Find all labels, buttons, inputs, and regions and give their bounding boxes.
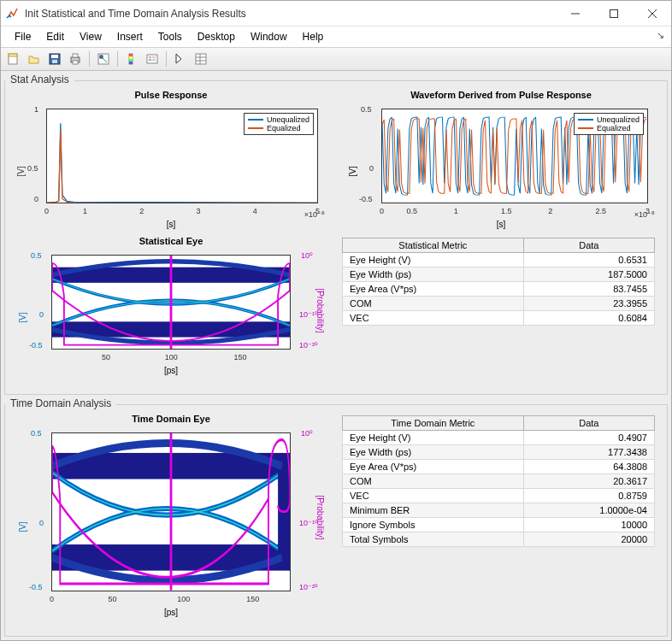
chart-title: Pulse Response xyxy=(7,88,335,100)
time-panel-title: Time Domain Analysis xyxy=(5,397,116,409)
metric-name: VEC xyxy=(343,311,524,326)
table-row[interactable]: COM23.3955 xyxy=(343,297,655,311)
print-icon[interactable] xyxy=(66,50,85,68)
metric-name: Ignore Symbols xyxy=(343,518,524,532)
metric-name: Eye Width (ps) xyxy=(343,445,524,460)
titlebar: Init Statistical and Time Domain Analysi… xyxy=(1,1,671,26)
svg-rect-14 xyxy=(100,56,103,58)
toolbar xyxy=(1,47,671,71)
pulse-response-chart[interactable]: Pulse Response Unequalized Equalized xyxy=(7,88,335,232)
menu-view[interactable]: View xyxy=(73,28,109,45)
dock-corner-icon[interactable]: ↘ xyxy=(657,30,664,41)
toolbar-separator xyxy=(117,51,118,67)
y-axis-label: [V] xyxy=(16,166,26,176)
minimize-button[interactable] xyxy=(556,1,594,26)
link-axes-icon[interactable] xyxy=(94,50,113,68)
close-button[interactable] xyxy=(633,1,671,26)
metric-value: 0.6084 xyxy=(523,311,654,326)
metric-value: 187.5000 xyxy=(523,268,654,282)
metric-value: 0.8759 xyxy=(523,489,654,503)
table-row[interactable]: Eye Width (ps)187.5000 xyxy=(343,268,655,282)
legend-item: Unequalized xyxy=(267,115,309,124)
menu-file[interactable]: File xyxy=(8,28,38,45)
metric-value: 177.3438 xyxy=(523,445,654,460)
menu-window[interactable]: Window xyxy=(244,28,294,45)
insert-legend-icon[interactable] xyxy=(143,50,162,68)
x-axis-label: [ps] xyxy=(14,608,328,617)
svg-rect-7 xyxy=(51,55,58,58)
menu-edit[interactable]: Edit xyxy=(39,28,71,45)
x-axis-label: [s] xyxy=(344,220,658,229)
table-row[interactable]: Minimum BER1.0000e-04 xyxy=(343,503,655,518)
col-header[interactable]: Time Domain Metric xyxy=(343,416,524,431)
time-domain-metrics-table: Time Domain Metric Data Eye Height (V)0.… xyxy=(337,412,660,620)
legend-item: Equalized xyxy=(597,124,631,132)
chart-title: Waveform Derived from Pulse Response xyxy=(337,88,665,100)
metric-value: 23.3955 xyxy=(523,297,654,311)
waveform-chart[interactable]: Waveform Derived from Pulse Response Une… xyxy=(337,88,665,232)
x-axis-label: [ps] xyxy=(14,366,328,375)
metric-value: 64.3808 xyxy=(523,460,654,474)
legend-item: Unequalized xyxy=(597,115,640,124)
legend-item: Equalized xyxy=(267,124,301,132)
svg-rect-10 xyxy=(73,54,78,57)
table-row[interactable]: Eye Width (ps)177.3438 xyxy=(343,445,655,460)
table-row[interactable]: VEC0.6084 xyxy=(343,311,655,326)
table-row[interactable]: Eye Area (V*ps)64.3808 xyxy=(343,460,655,474)
statistical-eye-chart[interactable]: Statistical Eye xyxy=(7,234,335,379)
menu-desktop[interactable]: Desktop xyxy=(191,28,242,45)
metric-name: Eye Width (ps) xyxy=(343,268,524,282)
menu-help[interactable]: Help xyxy=(296,28,331,45)
table-row[interactable]: COM20.3617 xyxy=(343,474,655,489)
save-icon[interactable] xyxy=(45,50,64,68)
figure-window: Init Statistical and Time Domain Analysi… xyxy=(0,0,672,641)
col-header[interactable]: Data xyxy=(523,416,654,431)
svg-rect-19 xyxy=(129,62,133,64)
metric-name: Total Symbols xyxy=(343,532,524,547)
stat-metrics-table: Statistical Metric Data Eye Height (V)0.… xyxy=(337,234,660,379)
metric-value: 0.4907 xyxy=(523,431,654,445)
metric-name: Eye Area (V*ps) xyxy=(343,460,524,474)
open-icon[interactable] xyxy=(25,50,44,68)
window-title: Init Statistical and Time Domain Analysi… xyxy=(25,8,556,20)
x-axis-label: [s] xyxy=(14,220,328,229)
new-figure-icon[interactable] xyxy=(4,50,23,68)
matlab-icon xyxy=(6,7,20,21)
svg-rect-5 xyxy=(9,54,17,56)
metric-value: 20.3617 xyxy=(523,474,654,489)
svg-rect-8 xyxy=(52,60,57,63)
table-row[interactable]: Ignore Symbols10000 xyxy=(343,518,655,532)
time-domain-panel: Time Domain Analysis Time Domain Eye xyxy=(4,398,668,637)
window-controls xyxy=(556,1,671,26)
metric-value: 10000 xyxy=(523,518,654,532)
toolbar-separator xyxy=(166,51,167,67)
table-row[interactable]: Eye Area (V*ps)83.7455 xyxy=(343,282,655,297)
maximize-button[interactable] xyxy=(594,1,633,26)
stat-analysis-panel: Stat Analysis Pulse Response Unequalized xyxy=(4,74,668,395)
time-domain-eye-chart[interactable]: Time Domain Eye xyxy=(7,412,335,620)
metric-name: VEC xyxy=(343,489,524,503)
menu-insert[interactable]: Insert xyxy=(110,28,150,45)
x-axis-exponent: ×10⁻⁸ xyxy=(634,210,655,219)
chart-title: Time Domain Eye xyxy=(7,412,335,424)
col-header[interactable]: Statistical Metric xyxy=(343,238,524,253)
svg-rect-11 xyxy=(73,61,78,64)
open-property-inspector-icon[interactable] xyxy=(192,50,210,68)
y-axis-label: [V] xyxy=(18,312,27,322)
edit-plot-icon[interactable] xyxy=(171,50,190,68)
metric-value: 0.6531 xyxy=(523,253,654,268)
col-header[interactable]: Data xyxy=(523,238,654,253)
y-axis-label: [V] xyxy=(18,522,27,532)
menu-tools[interactable]: Tools xyxy=(151,28,189,45)
table-row[interactable]: Eye Height (V)0.6531 xyxy=(343,253,655,268)
metric-value: 20000 xyxy=(523,532,654,547)
insert-colorbar-icon[interactable] xyxy=(122,50,141,68)
metric-name: COM xyxy=(343,297,524,311)
metric-name: Eye Height (V) xyxy=(343,431,524,445)
metric-name: Minimum BER xyxy=(343,503,524,518)
table-row[interactable]: VEC0.8759 xyxy=(343,489,655,503)
table-row[interactable]: Total Symbols20000 xyxy=(343,532,655,547)
table-row[interactable]: Eye Height (V)0.4907 xyxy=(343,431,655,445)
svg-rect-25 xyxy=(196,54,206,64)
metric-value: 1.0000e-04 xyxy=(523,503,654,518)
